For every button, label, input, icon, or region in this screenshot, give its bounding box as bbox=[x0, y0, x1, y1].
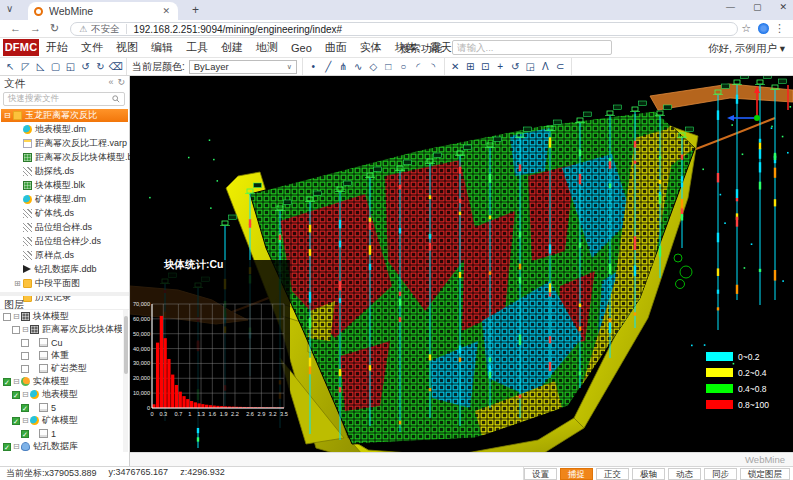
layer-checkbox[interactable] bbox=[12, 326, 20, 334]
expander-icon[interactable]: ⊟ bbox=[22, 325, 30, 334]
draw-point-icon[interactable]: • bbox=[306, 59, 320, 74]
draw-line-icon[interactable]: ╱ bbox=[321, 59, 335, 74]
menu-item-文件[interactable]: 文件 bbox=[81, 40, 103, 55]
file-tree-item[interactable]: 距离幂次反比块体模型.blk bbox=[0, 150, 129, 164]
tab-close-icon[interactable]: ✕ bbox=[160, 6, 172, 16]
layer-checkbox[interactable] bbox=[21, 365, 29, 373]
draw-polyline-icon[interactable]: ⋔ bbox=[336, 59, 350, 74]
offset-icon[interactable]: ⊂ bbox=[553, 59, 567, 74]
file-tree-item[interactable]: 地表模型.dm bbox=[0, 122, 129, 136]
layer-checkbox[interactable] bbox=[21, 352, 29, 360]
layer-tree-item[interactable]: 矿岩类型 bbox=[0, 362, 122, 375]
user-menu[interactable]: 你好, 示例用户 ▾ bbox=[708, 42, 785, 56]
copy-icon[interactable]: ⊞ bbox=[463, 59, 477, 74]
layer-scrollbar[interactable] bbox=[123, 310, 128, 466]
expander-icon[interactable]: ⊞ bbox=[14, 279, 23, 288]
bookmark-star-icon[interactable]: ☆ bbox=[741, 22, 751, 35]
scale-icon[interactable]: ◲ bbox=[523, 59, 537, 74]
draw-spline-icon[interactable]: ∿ bbox=[351, 59, 365, 74]
draw-rectangle-icon[interactable]: □ bbox=[381, 59, 395, 74]
layer-tree-item[interactable]: ⊟距离幂次反比块体模型 bbox=[0, 323, 122, 336]
layer-tree-item[interactable]: ✓⊟矿体模型 bbox=[0, 414, 122, 427]
file-tree-item[interactable]: 距离幂次反比工程.varp bbox=[0, 136, 129, 150]
select-crossing-icon[interactable]: ◺ bbox=[34, 59, 48, 74]
reload-icon[interactable]: ↻ bbox=[50, 22, 59, 35]
window-close-icon[interactable]: ✕ bbox=[779, 2, 787, 12]
select-box-icon[interactable]: ▢ bbox=[49, 59, 63, 74]
file-search-input[interactable]: 快速搜索文件 bbox=[3, 92, 125, 106]
menu-item-视图[interactable]: 视图 bbox=[116, 40, 138, 55]
draw-polygon-icon[interactable]: ◇ bbox=[366, 59, 380, 74]
layer-color-select[interactable]: ByLayer ∨ bbox=[189, 60, 297, 74]
expander-icon[interactable]: ⊟ bbox=[4, 111, 13, 120]
file-tree-item[interactable]: 品位组合样少.ds bbox=[0, 234, 129, 248]
new-tab-button[interactable]: + bbox=[192, 3, 199, 17]
menu-item-工具[interactable]: 工具 bbox=[186, 40, 208, 55]
status-button-极轴[interactable]: 极轴 bbox=[632, 468, 665, 480]
forward-icon[interactable]: → bbox=[30, 22, 41, 34]
draw-arc-icon[interactable]: ◜ bbox=[411, 59, 425, 74]
layer-tree-item[interactable]: ✓⊟地表模型 bbox=[0, 388, 122, 401]
layer-checkbox[interactable] bbox=[21, 339, 29, 347]
security-chip[interactable]: 不安全 bbox=[91, 23, 120, 36]
panel-splitter[interactable] bbox=[0, 292, 129, 296]
menu-item-地测[interactable]: 地测 bbox=[256, 40, 278, 55]
file-tree-root[interactable]: ⊟玉龙距离幂次反比 bbox=[1, 109, 128, 122]
expander-icon[interactable]: ⊟ bbox=[13, 442, 21, 451]
erase-icon[interactable]: ✕ bbox=[448, 59, 462, 74]
draw-circle-icon[interactable]: ○ bbox=[396, 59, 410, 74]
layer-checkbox[interactable]: ✓ bbox=[12, 391, 20, 399]
tab-search-icon[interactable]: ∨ bbox=[6, 3, 13, 14]
file-tree-item[interactable]: 矿体模型.dm bbox=[0, 192, 129, 206]
layer-tree-item[interactable]: ✓⊟实体模型 bbox=[0, 375, 122, 388]
menu-item-实体[interactable]: 实体 bbox=[360, 40, 382, 55]
layer-checkbox[interactable]: ✓ bbox=[3, 378, 11, 386]
move-icon[interactable]: + bbox=[493, 59, 507, 74]
profile-icon[interactable] bbox=[758, 23, 769, 34]
select-icon[interactable]: ↖ bbox=[4, 59, 18, 74]
file-tree-item[interactable]: 矿体线.ds bbox=[0, 206, 129, 220]
menu-item-Geo[interactable]: Geo bbox=[291, 42, 312, 54]
expander-icon[interactable]: ⊟ bbox=[22, 390, 30, 399]
file-tree-item[interactable]: 勘探线.ds bbox=[0, 164, 129, 178]
delete-icon[interactable]: ⌫ bbox=[109, 59, 123, 74]
layer-tree-item[interactable]: 体重 bbox=[0, 349, 122, 362]
file-tree-item[interactable]: 品位组合样.ds bbox=[0, 220, 129, 234]
menu-item-编辑[interactable]: 编辑 bbox=[151, 40, 173, 55]
window-maximize-icon[interactable]: ▢ bbox=[753, 2, 762, 12]
menu-item-创建[interactable]: 创建 bbox=[221, 40, 243, 55]
address-bar[interactable]: ⚠ 不安全 192.168.2.251:9094/mining/engineer… bbox=[70, 22, 738, 36]
status-button-设置[interactable]: 设置 bbox=[524, 468, 557, 480]
redo-icon[interactable]: ↻ bbox=[94, 59, 108, 74]
scrollbar-thumb[interactable] bbox=[124, 316, 128, 374]
mirror-icon[interactable]: Λ bbox=[538, 59, 552, 74]
file-tree-item[interactable]: 原样点.ds bbox=[0, 248, 129, 262]
viewport-3d[interactable]: 块体统计:Cu010,00020,00030,00040,00050,00060… bbox=[130, 76, 793, 452]
layer-tree-item[interactable]: ✓1 bbox=[0, 427, 122, 440]
menu-item-开始[interactable]: 开始 bbox=[46, 40, 68, 55]
menu-item-曲面[interactable]: 曲面 bbox=[325, 40, 347, 55]
expander-icon[interactable]: ⊟ bbox=[13, 312, 21, 321]
layer-tree-item[interactable]: ✓5 bbox=[0, 401, 122, 414]
back-icon[interactable]: ← bbox=[10, 22, 21, 34]
status-button-捕捉[interactable]: 捕捉 bbox=[560, 468, 593, 480]
panel-collapse-icon[interactable]: « bbox=[108, 77, 113, 87]
file-tree-item[interactable]: ⊞中段平面图 bbox=[0, 276, 129, 290]
layer-checkbox[interactable]: ✓ bbox=[12, 417, 20, 425]
window-minimize-icon[interactable]: — bbox=[726, 2, 735, 12]
layer-tree-item[interactable]: ⊟块体模型 bbox=[0, 310, 122, 323]
layer-checkbox[interactable] bbox=[3, 313, 11, 321]
layer-checkbox[interactable]: ✓ bbox=[21, 404, 29, 412]
file-tree-item[interactable]: 块体模型.blk bbox=[0, 178, 129, 192]
zoom-extents-icon[interactable]: ◱ bbox=[64, 59, 78, 74]
status-button-锁定图层[interactable]: 锁定图层 bbox=[740, 468, 790, 480]
status-button-同步[interactable]: 同步 bbox=[704, 468, 737, 480]
file-tree-item[interactable]: 钻孔数据库.ddb bbox=[0, 262, 129, 276]
layer-tree-item[interactable]: Cu bbox=[0, 336, 122, 349]
rotate-icon[interactable]: ↺ bbox=[508, 59, 522, 74]
status-button-动态[interactable]: 动态 bbox=[668, 468, 701, 480]
expander-icon[interactable]: ⊟ bbox=[22, 416, 30, 425]
draw-arc3-icon[interactable]: ◝ bbox=[426, 59, 440, 74]
paste-icon[interactable]: ⊡ bbox=[478, 59, 492, 74]
undo-icon[interactable]: ↺ bbox=[79, 59, 93, 74]
